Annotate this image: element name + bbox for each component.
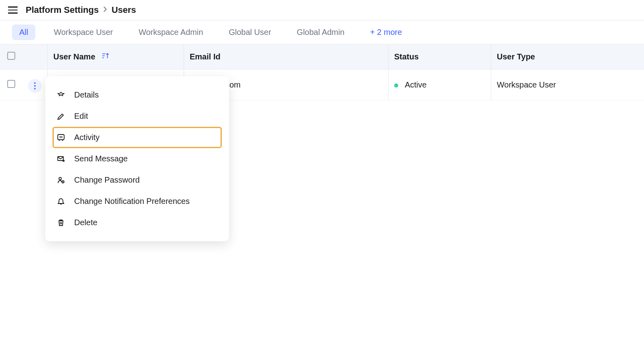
- row-actions-menu-button[interactable]: [28, 79, 42, 93]
- tab-workspace-user[interactable]: Workspace User: [47, 24, 120, 40]
- cell-status: Active: [389, 69, 491, 100]
- cell-status-text: Active: [405, 80, 426, 89]
- row-actions-cell: [22, 69, 48, 100]
- row-actions-dropdown: Details Edit 99 Activity Se: [45, 76, 229, 100]
- cell-usertype: Workspace User: [491, 69, 644, 100]
- tab-all[interactable]: All: [12, 24, 35, 40]
- header-usertype-label: User Type: [497, 52, 535, 61]
- header-actions-cell: [22, 45, 48, 69]
- header-status-label: Status: [394, 52, 419, 61]
- tab-global-admin[interactable]: Global Admin: [290, 24, 352, 40]
- header-usertype[interactable]: User Type: [491, 45, 644, 69]
- header-email-label: Email Id: [190, 52, 221, 61]
- details-icon: [57, 91, 65, 100]
- tab-more[interactable]: + 2 more: [363, 24, 409, 40]
- chevron-right-icon: [103, 5, 107, 15]
- row-checkbox-cell: [0, 69, 22, 100]
- hamburger-menu-button[interactable]: [8, 6, 18, 14]
- sort-ascending-icon[interactable]: [101, 52, 109, 59]
- header-status[interactable]: Status: [389, 45, 491, 69]
- table-header-row: User Name Email Id Status User Type: [0, 45, 644, 69]
- kebab-icon: [34, 82, 36, 90]
- breadcrumb-parent[interactable]: Platform Settings: [26, 5, 99, 15]
- menu-item-label: Details: [74, 90, 99, 100]
- tabs-bar: All Workspace User Workspace Admin Globa…: [0, 20, 644, 45]
- status-active-dot-icon: [394, 83, 398, 88]
- breadcrumb: Platform Settings Users: [26, 5, 136, 15]
- header-checkbox-cell: [0, 45, 22, 69]
- breadcrumb-current: Users: [111, 5, 136, 15]
- tab-workspace-admin[interactable]: Workspace Admin: [132, 24, 211, 40]
- menu-item-details[interactable]: Details: [45, 84, 229, 100]
- tab-global-user[interactable]: Global User: [222, 24, 279, 40]
- header-email[interactable]: Email Id: [184, 45, 389, 69]
- row-checkbox[interactable]: [7, 80, 15, 88]
- header-username-label: User Name: [53, 52, 95, 61]
- topbar: Platform Settings Users: [0, 0, 644, 20]
- select-all-checkbox[interactable]: [7, 52, 15, 60]
- header-username[interactable]: User Name: [48, 45, 184, 69]
